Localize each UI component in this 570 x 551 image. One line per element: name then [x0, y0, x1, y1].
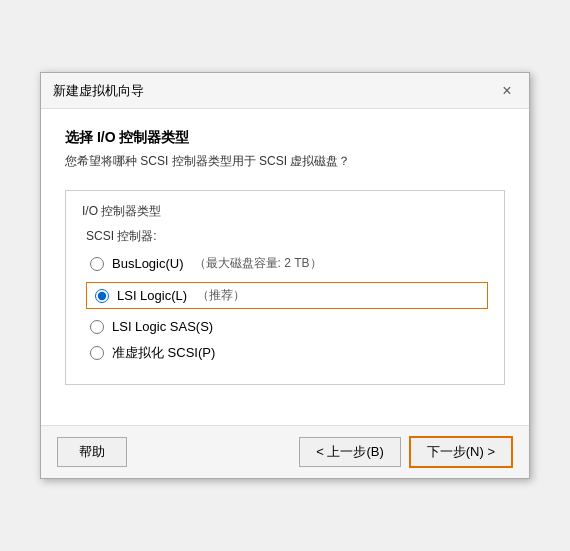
section-title: 选择 I/O 控制器类型 [65, 129, 505, 147]
io-controller-group: I/O 控制器类型 SCSI 控制器: BusLogic(U) （最大磁盘容量:… [65, 190, 505, 385]
lsilogic-note: （推荐） [197, 287, 245, 304]
lsilogicsas-radio[interactable] [90, 320, 104, 334]
buslogic-radio[interactable] [90, 257, 104, 271]
help-button[interactable]: 帮助 [57, 437, 127, 467]
buslogic-note: （最大磁盘容量: 2 TB） [194, 255, 322, 272]
pvscsi-radio[interactable] [90, 346, 104, 360]
back-button[interactable]: < 上一步(B) [299, 437, 401, 467]
dialog-title: 新建虚拟机向导 [53, 82, 144, 100]
pvscsi-label[interactable]: 准虚拟化 SCSI(P) [112, 344, 215, 362]
footer-right: < 上一步(B) 下一步(N) > [299, 436, 513, 468]
close-button[interactable]: × [497, 81, 517, 101]
lsilogic-label[interactable]: LSI Logic(L) [117, 288, 187, 303]
dialog-content: 选择 I/O 控制器类型 您希望将哪种 SCSI 控制器类型用于 SCSI 虚拟… [41, 109, 529, 425]
buslogic-option: BusLogic(U) （最大磁盘容量: 2 TB） [90, 255, 488, 272]
scsi-label: SCSI 控制器: [86, 228, 488, 245]
buslogic-label[interactable]: BusLogic(U) [112, 256, 184, 271]
footer-left: 帮助 [57, 437, 127, 467]
lsilogic-radio[interactable] [95, 289, 109, 303]
section-subtitle: 您希望将哪种 SCSI 控制器类型用于 SCSI 虚拟磁盘？ [65, 153, 505, 170]
lsilogic-option: LSI Logic(L) （推荐） [86, 282, 488, 309]
next-button[interactable]: 下一步(N) > [409, 436, 513, 468]
dialog-footer: 帮助 < 上一步(B) 下一步(N) > [41, 425, 529, 478]
group-label: I/O 控制器类型 [82, 203, 488, 220]
title-bar: 新建虚拟机向导 × [41, 73, 529, 109]
new-vm-wizard-dialog: 新建虚拟机向导 × 选择 I/O 控制器类型 您希望将哪种 SCSI 控制器类型… [40, 72, 530, 479]
lsilogicsas-label[interactable]: LSI Logic SAS(S) [112, 319, 213, 334]
pvscsi-option: 准虚拟化 SCSI(P) [90, 344, 488, 362]
lsilogicsas-option: LSI Logic SAS(S) [90, 319, 488, 334]
